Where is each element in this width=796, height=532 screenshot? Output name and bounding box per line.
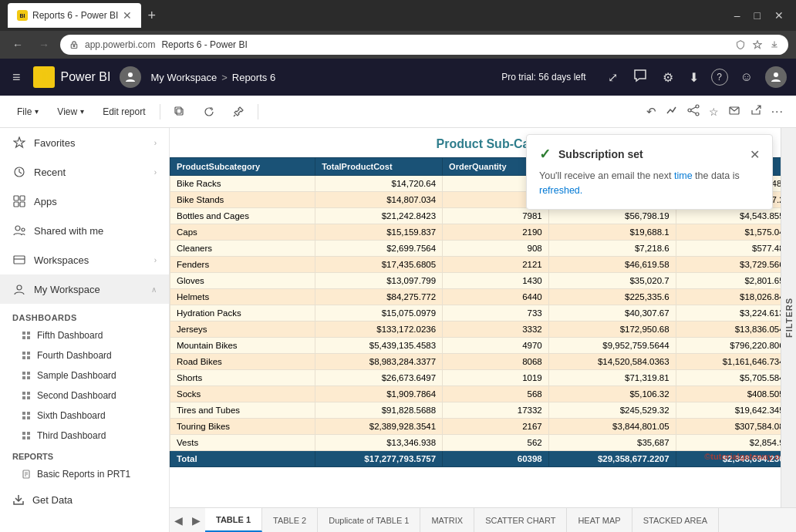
chat-icon[interactable] bbox=[630, 66, 650, 89]
minimize-button[interactable]: – bbox=[730, 8, 745, 23]
svg-rect-18 bbox=[20, 196, 25, 200]
refresh-button[interactable] bbox=[196, 103, 222, 120]
table-cell: $3,224.6136 bbox=[676, 305, 795, 322]
emoji-icon[interactable]: ☺ bbox=[737, 67, 756, 87]
svg-rect-27 bbox=[27, 332, 30, 335]
star-toolbar-icon[interactable]: ☆ bbox=[706, 106, 722, 118]
maximize-icon[interactable]: ⤢ bbox=[605, 67, 621, 88]
bottom-tabs: ◀ ▶ TABLE 1 TABLE 2 Duplicate of TABLE 1… bbox=[170, 507, 796, 532]
shield-icon bbox=[736, 40, 745, 49]
table-cell: Road Bikes bbox=[170, 354, 315, 370]
forward-nav-button[interactable]: → bbox=[34, 37, 54, 52]
user-avatar-profile[interactable] bbox=[765, 66, 787, 88]
dashboard-third[interactable]: Third Dashboard bbox=[0, 426, 169, 446]
svg-rect-23 bbox=[14, 256, 25, 264]
get-data-icon bbox=[12, 493, 25, 506]
dashboard-sixth[interactable]: Sixth Dashboard bbox=[0, 406, 169, 426]
more-button[interactable]: ··· bbox=[768, 105, 787, 119]
tab-stacked[interactable]: STACKED AREA bbox=[632, 508, 720, 532]
svg-rect-29 bbox=[27, 336, 30, 339]
dashboard-second[interactable]: Second Dashboard bbox=[0, 386, 169, 406]
edit-report-button[interactable]: Edit report bbox=[95, 103, 153, 120]
table-row: Road Bikes$8,983,284.33778068$14,520,584… bbox=[170, 354, 796, 370]
svg-point-25 bbox=[17, 285, 22, 290]
notification-header: ✓ Subscription set ✕ bbox=[539, 146, 760, 163]
tab-table1[interactable]: TABLE 1 bbox=[205, 508, 262, 532]
table-cell: $245,529.32 bbox=[548, 402, 676, 419]
notification-title: Subscription set bbox=[558, 148, 643, 160]
svg-rect-44 bbox=[22, 416, 25, 419]
user-avatar-nav[interactable] bbox=[120, 66, 141, 88]
email-icon[interactable] bbox=[725, 104, 744, 119]
table-cell: $5,106.32 bbox=[548, 386, 676, 402]
close-button[interactable]: ✕ bbox=[770, 8, 788, 23]
svg-rect-45 bbox=[27, 416, 30, 419]
table-cell: $4,543.8552 bbox=[676, 208, 795, 224]
view-menu-button[interactable]: View ▾ bbox=[49, 103, 92, 120]
dashboard-fifth[interactable]: Fifth Dashboard bbox=[0, 325, 169, 345]
table-cell: $21,242.8423 bbox=[315, 208, 443, 224]
report-basic[interactable]: Basic Reports in PRT1 bbox=[0, 464, 169, 484]
visual-icon[interactable] bbox=[663, 104, 681, 119]
new-tab-button[interactable]: + bbox=[141, 8, 162, 24]
dashboard-sample[interactable]: Sample Dashboard bbox=[0, 365, 169, 386]
dashboard-fourth[interactable]: Fourth Dashboard bbox=[0, 345, 169, 365]
active-browser-tab[interactable]: BI Reports 6 - Power BI ✕ bbox=[8, 3, 141, 28]
table-cell: $225,335.6 bbox=[548, 289, 676, 305]
help-icon[interactable]: ? bbox=[711, 69, 728, 86]
settings-icon[interactable]: ⚙ bbox=[659, 67, 676, 88]
svg-rect-4 bbox=[47, 70, 50, 83]
sidebar-item-recent[interactable]: Recent › bbox=[0, 157, 169, 187]
undo-toolbar-icon[interactable]: ↶ bbox=[643, 105, 659, 119]
table-row: Hydration Packs$15,075.0979733$40,307.67… bbox=[170, 305, 796, 322]
filters-panel[interactable]: FILTERS bbox=[781, 128, 796, 507]
notification-time-link[interactable]: time bbox=[674, 170, 693, 181]
tab-matrix[interactable]: MATRIX bbox=[420, 508, 474, 532]
table-cell: $2,801.656 bbox=[676, 273, 795, 289]
table-cell: 562 bbox=[443, 435, 549, 451]
back-nav-button[interactable]: ← bbox=[8, 37, 28, 52]
address-bar[interactable]: app.powerbi.com Reports 6 - Power BI bbox=[60, 35, 788, 55]
table-total-row: Total$17,277,793.575760398$29,358,677.22… bbox=[170, 451, 796, 467]
maximize-button[interactable]: □ bbox=[750, 8, 765, 23]
table-cell: 3332 bbox=[443, 322, 549, 338]
svg-rect-40 bbox=[22, 396, 25, 399]
duplicate-button[interactable] bbox=[167, 103, 193, 120]
sidebar-item-favorites[interactable]: Favorites › bbox=[0, 128, 169, 157]
sidebar-item-shared[interactable]: Shared with me bbox=[0, 216, 169, 245]
table-cell: $14,520,584.0363 bbox=[548, 354, 676, 370]
sidebar-item-my-workspace[interactable]: My Workspace ∧ bbox=[0, 274, 169, 304]
tab-duplicate-table1[interactable]: Duplicate of TABLE 1 bbox=[318, 508, 420, 532]
tab-close-button[interactable]: ✕ bbox=[123, 9, 132, 22]
svg-rect-34 bbox=[22, 372, 25, 375]
tab-table2[interactable]: TABLE 2 bbox=[262, 508, 318, 532]
tab-scatter[interactable]: SCATTER CHART bbox=[474, 508, 567, 532]
table-cell: 2190 bbox=[443, 224, 549, 241]
svg-rect-31 bbox=[27, 352, 30, 355]
workspaces-label: Workspaces bbox=[34, 254, 147, 266]
download-nav-icon[interactable]: ⬇ bbox=[686, 67, 702, 88]
table-cell: 2167 bbox=[443, 419, 549, 435]
notification-popup: ✓ Subscription set ✕ You'll receive an e… bbox=[526, 134, 773, 210]
get-data-item[interactable]: Get Data bbox=[0, 487, 169, 512]
table-cell: $26,673.6497 bbox=[315, 370, 443, 386]
sidebar-item-workspaces[interactable]: Workspaces › bbox=[0, 245, 169, 274]
svg-point-22 bbox=[22, 228, 25, 231]
svg-rect-19 bbox=[14, 202, 19, 207]
tab-heatmap[interactable]: HEAT MAP bbox=[567, 508, 632, 532]
sidebar-item-apps[interactable]: Apps bbox=[0, 187, 169, 216]
file-menu-button[interactable]: File ▾ bbox=[9, 103, 46, 120]
pin-button[interactable] bbox=[225, 103, 251, 120]
breadcrumb-workspace[interactable]: My Workspace bbox=[150, 72, 217, 83]
export-icon[interactable] bbox=[747, 104, 765, 119]
table-cell: 4970 bbox=[443, 338, 549, 354]
share-icon[interactable] bbox=[684, 104, 703, 119]
view-chevron: ▾ bbox=[80, 107, 84, 116]
tabs-next-button[interactable]: ▶ bbox=[187, 508, 205, 532]
svg-rect-28 bbox=[22, 336, 25, 339]
notification-close-button[interactable]: ✕ bbox=[750, 147, 760, 162]
tabs-prev-button[interactable]: ◀ bbox=[170, 508, 187, 532]
notification-refreshed-link[interactable]: refreshed. bbox=[539, 185, 582, 196]
file-chevron: ▾ bbox=[35, 107, 39, 116]
hamburger-menu[interactable]: ≡ bbox=[9, 66, 24, 89]
